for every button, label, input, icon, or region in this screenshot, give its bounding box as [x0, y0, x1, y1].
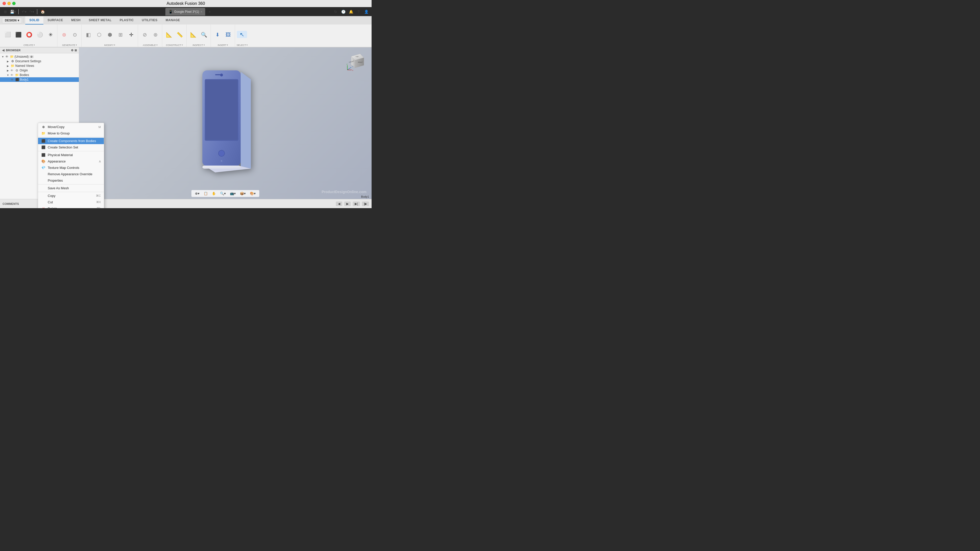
ctx-remove-appearance[interactable]: Remove Appearance Override: [38, 171, 104, 177]
bottom-end-btn[interactable]: |▶: [362, 202, 369, 206]
svg-text:RIGHT: RIGHT: [358, 62, 363, 63]
ctx-save-as-mesh[interactable]: Save As Mesh: [38, 185, 104, 191]
inspect-group-label[interactable]: INSPECT: [192, 44, 204, 47]
create-more-btn[interactable]: ✳: [45, 31, 56, 38]
doc-tab[interactable]: 📱 Google Pixel 3*(1) ×: [165, 8, 205, 16]
tree-item-body1[interactable]: 👁 ⬛ Body1: [0, 77, 79, 82]
modify-more-btn[interactable]: ✛: [126, 31, 136, 38]
tab-utilities[interactable]: UTILITIES: [138, 16, 162, 24]
select-icon1: ↖: [240, 32, 244, 38]
orbit-btn[interactable]: 📋: [202, 191, 209, 196]
browser-settings-btn[interactable]: ⊞: [75, 49, 77, 52]
ctx-create-components[interactable]: ⬛ Create Components from Bodies: [38, 138, 104, 144]
minimize-btn[interactable]: [7, 2, 11, 5]
profile-btn[interactable]: 👤: [363, 8, 369, 15]
create-new-component-btn[interactable]: ⬜: [3, 31, 13, 38]
move-copy-icon: ⊕: [41, 125, 46, 129]
bottom-prev-btn[interactable]: ◀: [336, 202, 342, 206]
viewcube[interactable]: TOP FRONT RIGHT X Y Z: [346, 52, 366, 73]
ctx-move-copy[interactable]: ⊕ Move/Copy M: [38, 124, 104, 130]
ctx-texture-map[interactable]: 💎 Texture Map Controls: [38, 165, 104, 171]
modify-btn4[interactable]: ⊞: [115, 31, 126, 38]
ctx-copy[interactable]: Copy ⌘C: [38, 192, 104, 199]
phone-right-side: [241, 72, 251, 168]
modify-btn3[interactable]: ⬢: [105, 31, 115, 38]
browser-collapse-btn[interactable]: ◀: [2, 48, 4, 52]
ctx-physical-material[interactable]: ⬛ Physical Material: [38, 152, 104, 158]
ctx-properties[interactable]: Properties: [38, 177, 104, 184]
insert-group-label[interactable]: INSERT: [218, 44, 228, 47]
ctx-cut[interactable]: Cut ⌘X: [38, 199, 104, 205]
doc-tab-close-btn[interactable]: ×: [200, 10, 202, 13]
assemble-btn1[interactable]: ⊘: [140, 31, 150, 38]
ctx-appearance[interactable]: 🎨 Appearance A: [38, 158, 104, 165]
grid-menu-btn[interactable]: ⊞: [2, 8, 9, 15]
design-dropdown-btn[interactable]: DESIGN ▾: [2, 17, 22, 24]
snap-btn[interactable]: ⊕▾: [193, 191, 201, 196]
select-group-label[interactable]: SELECT: [237, 44, 248, 47]
generate-btn2[interactable]: ⊙: [70, 31, 80, 38]
tree-item-unsaved[interactable]: ▼ 👁 📁 (Unsaved) ⚙: [0, 54, 79, 59]
insert-btn1[interactable]: ⬇: [212, 31, 223, 38]
visual-style-btn[interactable]: 🎨▾: [248, 191, 257, 196]
refresh-btn[interactable]: ↻: [332, 8, 339, 15]
maximize-btn[interactable]: [12, 2, 16, 5]
tree-label-unsaved: (Unsaved): [14, 55, 29, 59]
tab-manage[interactable]: MANAGE: [162, 16, 184, 24]
create-box-btn[interactable]: ⬛: [13, 31, 24, 38]
notification-btn[interactable]: 🔔: [348, 8, 354, 15]
visibility-unsaved[interactable]: 👁: [5, 55, 9, 59]
modify-group-label[interactable]: MODIFY: [104, 44, 115, 47]
browser-search-btn[interactable]: ⚙: [71, 49, 73, 52]
bodies-visibility-icon[interactable]: 👁: [11, 73, 14, 76]
modify-btn1[interactable]: ◧: [83, 31, 94, 38]
create-group-label[interactable]: CREATE: [24, 44, 35, 47]
new-tab-btn[interactable]: +: [206, 8, 213, 15]
construct-btn1[interactable]: 📐: [164, 31, 174, 38]
generate-group-label[interactable]: GENERATE: [62, 44, 77, 47]
origin-visibility-icon[interactable]: 👁: [11, 69, 14, 72]
inspect-btn2[interactable]: 🔍: [199, 31, 209, 38]
tab-plastic[interactable]: PLASTIC: [116, 16, 138, 24]
zoom-btn[interactable]: 🔍▾: [218, 191, 228, 196]
close-btn[interactable]: [3, 2, 6, 5]
tree-item-doc-settings[interactable]: ▶ ⚙ Document Settings: [0, 59, 79, 64]
generate-btn1[interactable]: ⊛: [59, 31, 69, 38]
tab-surface[interactable]: SURFACE: [43, 16, 67, 24]
tree-item-origin[interactable]: ▶ 👁 ⊙ Origin: [0, 68, 79, 73]
view-mode-btn[interactable]: 📺▾: [228, 191, 237, 196]
toolbar-divider-1: [18, 9, 19, 14]
help-btn[interactable]: ?: [355, 8, 362, 15]
construct-btn2[interactable]: 📏: [175, 31, 185, 38]
create-sphere-btn[interactable]: ⚪: [35, 31, 45, 38]
display-mode-btn[interactable]: 📦▾: [239, 191, 247, 196]
ctx-move-to-group[interactable]: 📁 Move to Group: [38, 130, 104, 137]
tab-solid[interactable]: SOLID: [25, 16, 43, 24]
redo-btn[interactable]: ↷▾: [28, 8, 35, 15]
viewport[interactable]: TOP FRONT RIGHT X Y Z ⊕▾ 📋 ✋ 🔍▾ �: [79, 48, 372, 199]
clock-btn[interactable]: 🕐: [340, 8, 347, 15]
tab-mesh[interactable]: MESH: [67, 16, 85, 24]
tree-item-named-views[interactable]: ▶ 📁 Named Views: [0, 64, 79, 68]
save-dropdown-btn[interactable]: 💾▾: [10, 8, 16, 15]
bottom-fwd-btn[interactable]: ▶|: [353, 202, 360, 206]
tab-sheet-metal[interactable]: SHEET METAL: [85, 16, 116, 24]
insert-btn2[interactable]: 🖼: [223, 31, 233, 38]
undo-btn[interactable]: ↶▾: [21, 8, 27, 15]
tree-item-bodies[interactable]: ▼ 👁 📁 Bodies: [0, 73, 79, 77]
assemble-group-label[interactable]: ASSEMBLE: [143, 44, 157, 47]
create-cylinder-btn[interactable]: ⭕: [24, 31, 34, 38]
ctx-delete[interactable]: ✕ Delete ⌦: [38, 205, 104, 208]
pan-btn[interactable]: ✋: [210, 191, 218, 196]
ctx-create-selection-set[interactable]: ⬛ Create Selection Set: [38, 144, 104, 151]
body1-visibility-icon[interactable]: 👁: [11, 78, 14, 81]
inspect-btn1[interactable]: 📐: [188, 31, 198, 38]
modify-btn2[interactable]: ⬡: [94, 31, 104, 38]
home-btn[interactable]: 🏠: [39, 8, 46, 15]
generate-icon2: ⊙: [73, 32, 77, 37]
ctx-sep-2: [38, 151, 104, 151]
select-btn1[interactable]: ↖: [237, 31, 247, 38]
bottom-play-btn[interactable]: ▶: [344, 202, 351, 206]
assemble-btn2[interactable]: ⊛: [150, 31, 161, 38]
construct-group-label[interactable]: CONSTRUCT: [166, 44, 183, 47]
